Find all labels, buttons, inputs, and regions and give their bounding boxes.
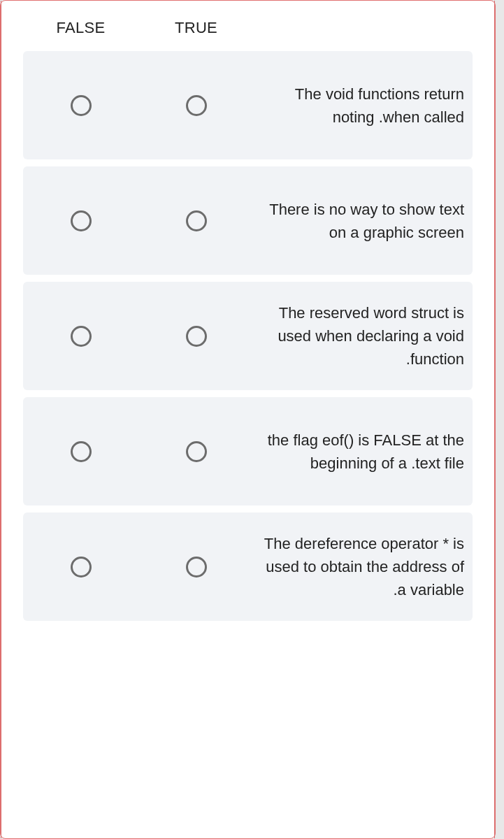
radio-true-2[interactable] — [186, 326, 207, 347]
radio-false-1[interactable] — [71, 210, 92, 231]
header-row: FALSE TRUE — [23, 19, 473, 51]
radio-false-4[interactable] — [71, 557, 92, 578]
radio-cell-true — [138, 326, 254, 347]
question-row: The reserved word struct is used when de… — [23, 282, 473, 390]
header-false: FALSE — [23, 19, 138, 37]
radio-cell-false — [23, 441, 138, 462]
question-text: The dereference operator * is used to ob… — [254, 532, 464, 601]
question-row: There is no way to show text on a graphi… — [23, 166, 473, 275]
radio-cell-false — [23, 210, 138, 231]
radio-cell-true — [138, 441, 254, 462]
radio-true-4[interactable] — [186, 557, 207, 578]
question-text: the flag eof() is FALSE at the beginning… — [254, 429, 464, 475]
question-text: The reserved word struct is used when de… — [254, 301, 464, 371]
question-text: There is no way to show text on a graphi… — [254, 198, 464, 244]
radio-true-0[interactable] — [186, 95, 207, 116]
radio-false-0[interactable] — [71, 95, 92, 116]
header-true: TRUE — [138, 19, 254, 37]
radio-false-2[interactable] — [71, 326, 92, 347]
question-card: FALSE TRUE The void functions return not… — [0, 0, 496, 839]
radio-cell-true — [138, 210, 254, 231]
radio-cell-true — [138, 95, 254, 116]
radio-true-1[interactable] — [186, 210, 207, 231]
question-row: the flag eof() is FALSE at the beginning… — [23, 397, 473, 505]
question-row: The void functions return noting .when c… — [23, 51, 473, 159]
question-text: The void functions return noting .when c… — [254, 83, 464, 129]
radio-cell-false — [23, 557, 138, 578]
radio-true-3[interactable] — [186, 441, 207, 462]
radio-cell-false — [23, 95, 138, 116]
radio-cell-false — [23, 326, 138, 347]
card-inner: FALSE TRUE The void functions return not… — [1, 1, 495, 621]
question-row: The dereference operator * is used to ob… — [23, 512, 473, 621]
radio-false-3[interactable] — [71, 441, 92, 462]
radio-cell-true — [138, 557, 254, 578]
